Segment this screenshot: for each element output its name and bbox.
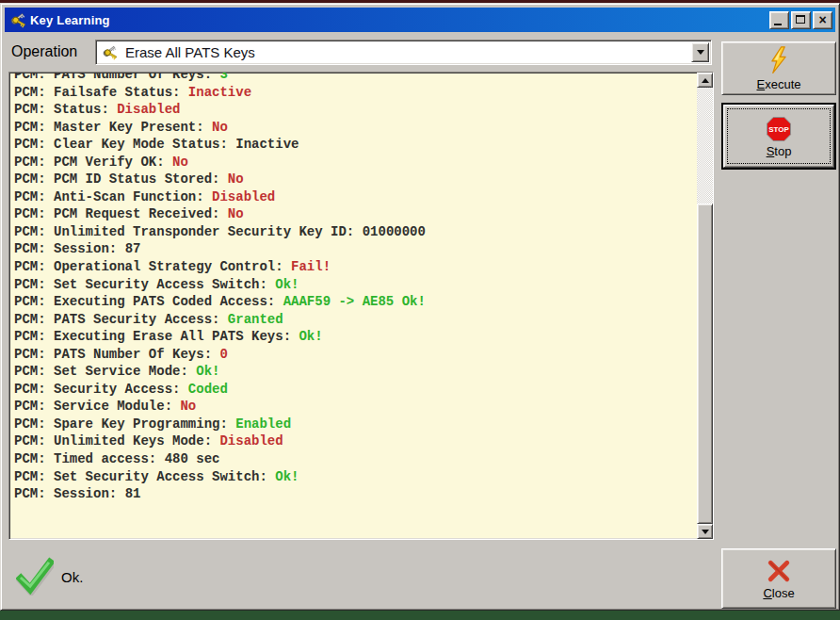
log-line: PCM: Timed access: 480 sec <box>14 450 697 468</box>
scrollbar-track[interactable] <box>697 88 713 524</box>
log-line-value: Enabled <box>235 416 291 432</box>
log-line-text: PCM: Status: <box>14 102 117 117</box>
log-line-value: No <box>228 171 244 187</box>
log-line: PCM: Status: Disabled <box>14 101 697 119</box>
chevron-down-icon <box>697 50 704 55</box>
log-line-value: Ok! <box>275 277 299 292</box>
stop-sign-icon: STOP <box>765 115 793 143</box>
title-bar: Key Learning × <box>5 8 835 32</box>
log-line: PCM: PCM ID Status Stored: No <box>14 171 697 188</box>
log-line-value: Disabled <box>212 189 275 204</box>
log-line: PCM: Master Key Present: No <box>14 119 697 137</box>
log-line: PCM: Executing Erase All PATS Keys: Ok! <box>14 328 697 346</box>
red-x-icon <box>765 558 793 584</box>
log-line-text: PCM: Service Module: <box>14 399 180 414</box>
log-line: PCM: Executing PATS Coded Access: AAAF59… <box>14 293 697 311</box>
scroll-up-button[interactable] <box>697 73 713 88</box>
log-line: PCM: Security Access: Coded <box>14 381 697 399</box>
operation-combobox[interactable]: Erase All PATS Keys <box>95 40 712 65</box>
log-scrollbar[interactable] <box>697 73 713 539</box>
log-line-value: 81 <box>125 486 141 501</box>
log-line-value: Coded <box>188 382 228 397</box>
log-line: PCM: PATS Number Of Keys: 3 <box>14 73 697 84</box>
log-line-text: PCM: PCM Request Received: <box>14 206 228 221</box>
log-line: PCM: Session: 81 <box>14 485 697 503</box>
log-line: PCM: Clear Key Mode Status: Inactive <box>14 136 697 154</box>
lightning-icon <box>764 45 794 75</box>
minimize-button[interactable] <box>769 11 789 29</box>
log-line-value: Ok! <box>275 469 299 484</box>
log-line-value: No <box>172 155 188 170</box>
log-line-text: PCM: Security Access: <box>14 382 188 397</box>
keys-icon <box>9 11 26 28</box>
operation-dropdown-button[interactable] <box>691 42 709 62</box>
log-line: PCM: Failsafe Status: Inactive <box>14 84 697 102</box>
log-line-value: Disabled <box>117 102 180 117</box>
log-line-value: Inactive <box>188 85 251 100</box>
log-line-text: PCM: Timed access: <box>14 451 165 466</box>
log-line-value: No <box>180 399 196 414</box>
close-window-button[interactable]: × <box>813 11 832 29</box>
log-line-text: PCM: Spare Key Programming: <box>14 416 235 432</box>
log-line: PCM: Operational Strategy Control: Fail! <box>14 258 697 276</box>
log-line-text: PCM: Anti-Scan Function: <box>14 189 212 204</box>
log-line-text: PCM: Clear Key Mode Status: <box>14 137 235 152</box>
status-message: Ok. <box>61 569 83 585</box>
log-line-text: PCM: Session: <box>14 241 125 256</box>
log-line-value: Fail! <box>291 259 331 274</box>
log-line-text: PCM: Master Key Present: <box>14 120 212 135</box>
log-line: PCM: Session: 87 <box>14 240 697 258</box>
log-line: PCM: PATS Security Access: Granted <box>14 311 697 329</box>
keys-icon <box>102 44 118 60</box>
log-line: PCM: Service Module: No <box>14 398 697 416</box>
arrow-up-icon <box>702 78 709 83</box>
log-line: PCM: PATS Number Of Keys: 0 <box>14 346 697 364</box>
log-panel: PCM: PATS Number Of Keys: 3PCM: Failsafe… <box>8 72 714 540</box>
log-line-text: PCM: Executing PATS Coded Access: <box>14 294 283 309</box>
log-line-value: Granted <box>228 312 283 327</box>
scroll-down-button[interactable] <box>697 524 713 539</box>
window-controls: × <box>769 11 832 29</box>
close-button[interactable]: Close <box>721 548 836 609</box>
log-line: PCM: Unlimited Keys Mode: Disabled <box>14 432 697 450</box>
log-line-value: 87 <box>125 241 141 256</box>
execute-label: Execute <box>757 77 801 91</box>
log-line: PCM: Set Service Mode: Ok! <box>14 363 697 381</box>
scrollbar-thumb[interactable] <box>697 204 713 524</box>
log-line: PCM: Unlimited Transponder Security Key … <box>14 223 697 241</box>
log-line-text: PCM: Executing Erase All PATS Keys: <box>14 329 299 344</box>
log-line-text: PCM: PATS Security Access: <box>14 312 228 327</box>
log-line-value: 0 <box>219 347 227 362</box>
arrow-down-icon <box>702 530 709 534</box>
log-line: PCM: Anti-Scan Function: Disabled <box>14 188 697 206</box>
close-label: Close <box>763 586 794 600</box>
log-line-value: No <box>212 120 228 135</box>
log-line-value: Disabled <box>219 433 283 449</box>
log-line-text: PCM: PATS Number Of Keys: <box>14 73 219 82</box>
log-line-value: No <box>228 206 244 221</box>
execute-button[interactable]: Execute <box>721 41 836 95</box>
log-line-text: PCM: PCM ID Status Stored: <box>14 171 228 187</box>
stop-button-frame: STOP Stop <box>721 103 836 170</box>
log-line: PCM: Set Security Access Switch: Ok! <box>14 468 697 486</box>
stop-button[interactable]: STOP Stop <box>723 105 834 168</box>
operation-label: Operation <box>11 43 77 60</box>
log-line: PCM: Spare Key Programming: Enabled <box>14 416 697 433</box>
log-line: PCM: Set Security Access Switch: Ok! <box>14 276 697 294</box>
log-line-text: PCM: PATS Number Of Keys: <box>14 347 219 362</box>
log-line-text: PCM: PCM Verify OK: <box>14 155 172 170</box>
operation-selected-value: Erase All PATS Keys <box>125 44 255 60</box>
log-line-value: Inactive <box>235 137 299 152</box>
stop-label: Stop <box>767 144 792 158</box>
log-lines[interactable]: PCM: PATS Number Of Keys: 3PCM: Failsafe… <box>9 73 697 539</box>
maximize-button[interactable] <box>791 11 811 29</box>
log-line-text: PCM: Set Service Mode: <box>14 364 196 379</box>
log-line-value: 3 <box>219 73 227 82</box>
log-line-value: AAAF59 -> AE85 Ok! <box>283 294 426 309</box>
log-line-value: 480 sec <box>165 451 220 466</box>
log-line-text: PCM: Unlimited Keys Mode: <box>14 433 219 449</box>
log-line-value: Ok! <box>196 364 219 379</box>
log-line-text: PCM: Session: <box>14 486 125 501</box>
log-line-text: PCM: Set Security Access Switch: <box>14 469 275 484</box>
close-icon: × <box>814 12 832 28</box>
